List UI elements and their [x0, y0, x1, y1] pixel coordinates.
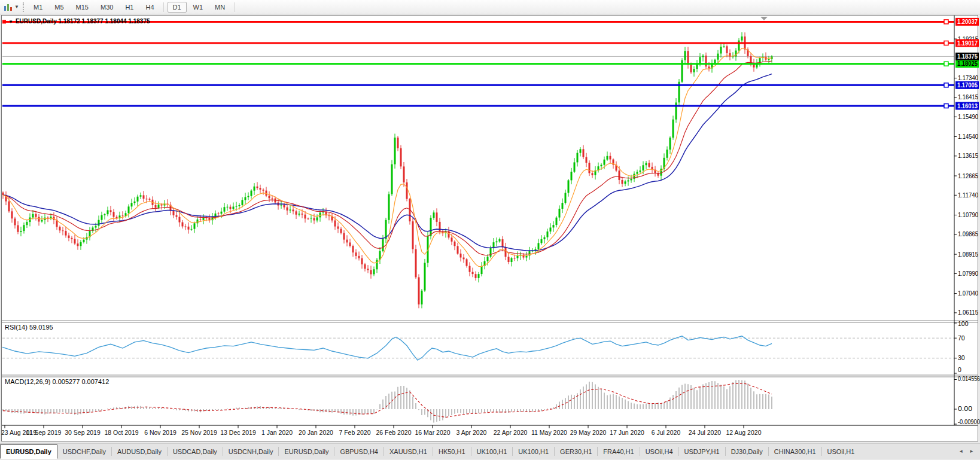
svg-text:1.17005: 1.17005: [957, 81, 978, 89]
symbol-tab-4-usdcnh-daily[interactable]: USDCNH,Daily: [223, 444, 279, 459]
svg-text:11 May 2020: 11 May 2020: [531, 429, 567, 436]
bid-price-label: 1.18375: [955, 53, 979, 60]
symbol-tab-8-hk50-h1[interactable]: HK50,H1: [433, 444, 471, 459]
svg-text:1.12665: 1.12665: [958, 172, 978, 179]
svg-text:3 Apr 2020: 3 Apr 2020: [456, 429, 487, 436]
symbol-tab-15-dj30-daily[interactable]: DJ30,Daily: [726, 444, 768, 459]
symbol-tab-13-usoil-h4[interactable]: USOil,H4: [640, 444, 678, 459]
symbol-tab-7-xauusd-h1[interactable]: XAUUSD,H1: [384, 444, 433, 459]
symbol-tab-10-uk100-h1[interactable]: UK100,H1: [513, 444, 554, 459]
horizontal-line-1.16013[interactable]: [2, 104, 954, 108]
svg-text:25 Nov 2019: 25 Nov 2019: [181, 429, 217, 436]
horizontal-line-1.18025[interactable]: [2, 62, 954, 66]
ma-slow-line: [3, 74, 772, 251]
symbol-tab-12-fra40-h1[interactable]: FRA40,H1: [598, 444, 639, 459]
svg-text:1.13615: 1.13615: [958, 152, 978, 159]
svg-text:17 Jun 2020: 17 Jun 2020: [610, 429, 644, 436]
candlestick-series: [2, 32, 773, 308]
svg-text:1.16013: 1.16013: [957, 102, 978, 109]
horizontal-line-1.17005[interactable]: [2, 83, 954, 87]
svg-text:1.15490: 1.15490: [958, 113, 978, 120]
svg-text:70: 70: [958, 334, 965, 342]
macd-axis-ticks: 0.0145560.00-0.00900: [954, 375, 980, 425]
symbol-tab-9-uk100-h1[interactable]: UK100,H1: [471, 444, 513, 459]
ma-mid-line: [3, 61, 772, 255]
rsi-indicator-label: RSI(14) 59.0195: [5, 324, 53, 331]
svg-text:1.10790: 1.10790: [958, 211, 978, 218]
price-axis-ticks: 1.192151.173401.164151.154901.145401.136…: [954, 35, 978, 316]
svg-text:1.07040: 1.07040: [958, 290, 978, 297]
ma-fast-line: [3, 48, 772, 267]
svg-text:29 May 2020: 29 May 2020: [570, 429, 607, 436]
price-label-1.18025: 1.18025: [955, 60, 979, 68]
svg-text:0.00: 0.00: [958, 405, 972, 412]
svg-text:22 Apr 2020: 22 Apr 2020: [494, 429, 528, 436]
svg-text:18 Oct 2019: 18 Oct 2019: [104, 429, 138, 436]
rsi-line: [2, 336, 772, 360]
svg-text:1.19017: 1.19017: [957, 39, 978, 47]
symbol-tab-1-usdchf-daily[interactable]: USDCHF,Daily: [57, 444, 111, 459]
symbol-tab-16-china300-h1[interactable]: CHINA300,H1: [769, 444, 821, 459]
svg-text:100: 100: [958, 320, 969, 327]
svg-text:1.08915: 1.08915: [958, 251, 978, 258]
svg-text:30 Sep 2019: 30 Sep 2019: [65, 429, 101, 436]
symbol-tab-17-usoil-h1[interactable]: USOil,H1: [822, 444, 860, 459]
svg-text:1.14540: 1.14540: [958, 133, 978, 140]
price-label-1.20037: 1.20037: [955, 18, 979, 26]
price-label-1.16013: 1.16013: [955, 102, 979, 110]
svg-text:20 Jan 2020: 20 Jan 2020: [299, 429, 333, 436]
time-axis-labels: 23 Aug 201911 Sep 201930 Sep 201918 Oct …: [1, 425, 762, 436]
svg-text:13 Dec 2019: 13 Dec 2019: [220, 429, 256, 436]
svg-text:30: 30: [958, 354, 965, 361]
svg-text:0: 0: [958, 366, 961, 373]
symbol-tab-5-eurusd-daily[interactable]: EURUSD,Daily: [279, 444, 334, 459]
symbol-tab-6-gbpusd-h4[interactable]: GBPUSD,H4: [334, 444, 384, 459]
svg-text:1.11740: 1.11740: [958, 191, 978, 199]
tabs-scroll-left-icon[interactable]: ◄: [956, 447, 966, 455]
svg-text:6 Jul 2020: 6 Jul 2020: [652, 429, 681, 436]
price-label-1.19017: 1.19017: [955, 39, 979, 47]
svg-text:1.18025: 1.18025: [957, 60, 978, 67]
tabs-scroll-right-icon[interactable]: ►: [967, 447, 976, 455]
svg-text:7 Feb 2020: 7 Feb 2020: [339, 429, 370, 436]
symbol-tab-bar: EURUSD,DailyUSDCHF,DailyAUDUSD,DailyUSDC…: [0, 443, 980, 459]
symbol-tab-2-audusd-daily[interactable]: AUDUSD,Daily: [112, 444, 167, 459]
symbol-tab-3-usdcad-daily[interactable]: USDCAD,Daily: [168, 444, 223, 459]
title-dropdown-icon[interactable]: ▼: [8, 19, 13, 25]
macd-histogram: [3, 380, 772, 423]
svg-text:24 Jul 2020: 24 Jul 2020: [689, 429, 721, 436]
svg-text:1.18375: 1.18375: [957, 53, 978, 60]
macd-indicator-label: MACD(12,26,9) 0.005277 0.007412: [5, 378, 109, 385]
macd-signal-line: [3, 383, 772, 417]
scroll-marker-icon: [760, 17, 768, 20]
chart-title-text: EURUSD,Daily 1.18172 1.18377 1.18044 1.1…: [16, 18, 150, 25]
svg-text:1.07990: 1.07990: [958, 270, 978, 277]
tab-scroll-arrows: ◄►: [956, 444, 980, 459]
svg-text:1.16415: 1.16415: [958, 93, 978, 100]
svg-text:1.17340: 1.17340: [958, 74, 978, 81]
price-label-1.17005: 1.17005: [955, 81, 979, 89]
svg-text:1.20037: 1.20037: [957, 18, 978, 25]
chart-canvas[interactable]: 1.192151.173401.164151.154901.145401.136…: [0, 0, 980, 444]
svg-text:-0.00900: -0.00900: [958, 418, 980, 425]
hline-anchor-square[interactable]: [2, 20, 6, 23]
symbol-tab-14-usdjpy-h1[interactable]: USDJPY,H1: [679, 444, 725, 459]
svg-text:16 Mar 2020: 16 Mar 2020: [415, 429, 451, 436]
horizontal-line-1.19017[interactable]: [2, 41, 954, 45]
rsi-axis-ticks: 10070300: [954, 320, 969, 373]
svg-text:1.09865: 1.09865: [958, 230, 978, 237]
svg-text:11 Sep 2019: 11 Sep 2019: [26, 429, 62, 436]
symbol-tab-11-ger30-h1[interactable]: GER30,H1: [555, 444, 597, 459]
svg-text:1.06115: 1.06115: [958, 309, 978, 316]
svg-text:6 Nov 2019: 6 Nov 2019: [144, 429, 176, 436]
svg-text:0.014556: 0.014556: [958, 375, 980, 382]
svg-text:26 Feb 2020: 26 Feb 2020: [376, 429, 412, 436]
symbol-tab-0-eurusd-daily[interactable]: EURUSD,Daily: [0, 444, 57, 459]
svg-text:12 Aug 2020: 12 Aug 2020: [726, 429, 762, 436]
svg-text:1 Jan 2020: 1 Jan 2020: [261, 429, 293, 436]
chart-title: ▼EURUSD,Daily 1.18172 1.18377 1.18044 1.…: [8, 18, 150, 25]
